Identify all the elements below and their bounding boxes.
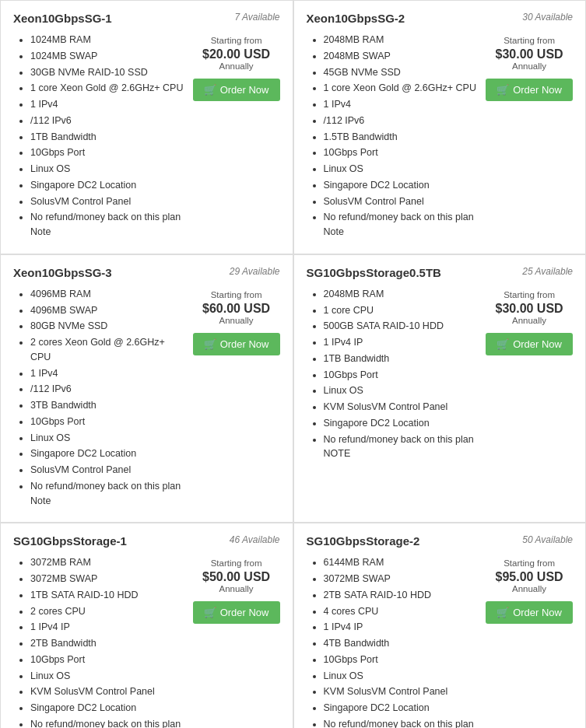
feature-item: 1 IPv4 IP [324,620,479,635]
cart-icon: 🛒 [204,84,216,96]
pricing-area: Starting from$50.00 USDAnnually🛒Order No… [185,555,280,624]
feature-item: No refund/money back on this plan Note [30,479,185,509]
feature-item: Linux OS [324,383,479,398]
feature-item: 3072MB RAM [30,555,185,570]
feature-item: Singapore DC2 Location [30,446,185,461]
feature-item: 2TB SATA RAID-10 HDD [324,588,479,603]
order-now-button[interactable]: 🛒Order Now [193,333,280,355]
order-button-label: Order Now [220,84,269,96]
pricing-area: Starting from$30.00 USDAnnually🛒Order No… [478,33,573,101]
starting-from-label: Starting from [211,558,262,568]
feature-item: Singapore DC2 Location [324,416,479,431]
feature-item: 6144MB RAM [324,555,479,570]
order-button-label: Order Now [220,338,269,350]
starting-from-label: Starting from [504,558,555,568]
pricing-area: Starting from$60.00 USDAnnually🛒Order No… [185,287,280,355]
card-availability: 25 Available [522,266,573,277]
feature-item: 1 core Xeon Gold @ 2.6GHz+ CPU [30,81,185,96]
feature-item: 10Gbps Port [324,653,479,667]
order-button-label: Order Now [513,338,562,350]
feature-item: 1 IPv4 [30,366,185,381]
feature-item: /112 IPv6 [30,114,185,128]
order-now-button[interactable]: 🛒Order Now [193,601,280,624]
card-availability: 46 Available [230,534,280,545]
feature-item: 10Gbps Port [324,368,479,383]
feature-item: 4TB Bandwidth [324,636,479,651]
feature-item: 3TB Bandwidth [30,398,185,413]
feature-item: 1TB Bandwidth [324,352,479,366]
card-availability: 50 Available [522,534,573,545]
feature-item: 1 core Xeon Gold @ 2.6GHz+ CPU [324,81,479,96]
annually-label: Annually [512,316,546,325]
feature-item: No refund/money back on this plan NOTE [30,717,185,728]
card-title: Xeon10GbpsSG-2 [307,12,405,25]
feature-item: No refund/money back on this plan NOTE [324,717,479,728]
feature-item: 80GB NVMe SSD [30,319,185,334]
feature-item: 1 IPv4 IP [324,335,479,350]
starting-from-label: Starting from [211,290,262,299]
product-grid: Xeon10GbpsSG-17 Available1024MB RAM1024M… [0,0,586,728]
feature-item: 1.5TB Bandwidth [324,130,479,145]
order-now-button[interactable]: 🛒Order Now [486,601,573,624]
product-card-6: SG10GbpsStorage-250 Available6144MB RAM3… [293,523,587,728]
cart-icon: 🛒 [497,84,509,96]
feature-item: /112 IPv6 [30,382,185,397]
card-availability: 7 Available [234,12,279,23]
feature-item: 3072MB SWAP [30,572,185,586]
feature-item: 10Gbps Port [30,415,185,429]
feature-item: Linux OS [324,162,479,177]
card-title: SG10GbpsStorage-1 [13,534,127,548]
feature-item: Linux OS [30,669,185,684]
annually-label: Annually [219,61,254,71]
feature-item: Singapore DC2 Location [30,178,185,193]
feature-item: 4096MB RAM [30,287,185,302]
feature-item: SolusVM Control Panel [30,463,185,478]
feature-item: No refund/money back on this plan Note [30,210,185,240]
order-button-label: Order Now [513,607,562,618]
card-title: Xeon10GbpsSG-1 [13,12,112,25]
feature-item: 3072MB SWAP [324,572,479,586]
feature-item: 45GB NVMe SSD [324,65,479,80]
product-card-1: Xeon10GbpsSG-17 Available1024MB RAM1024M… [0,0,293,254]
cart-icon: 🛒 [497,338,509,350]
card-title: Xeon10GbpsSG-3 [13,266,112,279]
feature-item: 1024MB RAM [30,33,185,47]
feature-item: 10Gbps Port [324,145,479,160]
price-value: $20.00 USD [202,47,270,61]
pricing-area: Starting from$20.00 USDAnnually🛒Order No… [185,33,280,101]
feature-list: 2048MB RAM2048MB SWAP45GB NVMe SSD1 core… [307,33,479,241]
feature-item: 30GB NVMe RAID-10 SSD [30,65,185,80]
feature-item: 2048MB RAM [324,33,479,47]
starting-from-label: Starting from [211,36,262,45]
starting-from-label: Starting from [504,36,555,45]
card-title: SG10GbpsStorage0.5TB [307,266,441,279]
feature-item: 1TB Bandwidth [30,130,185,145]
order-button-label: Order Now [513,84,562,96]
product-card-3: Xeon10GbpsSG-329 Available4096MB RAM4096… [0,254,293,523]
feature-item: Linux OS [324,669,479,684]
pricing-area: Starting from$30.00 USDAnnually🛒Order No… [478,287,573,355]
feature-item: 2048MB SWAP [324,49,479,64]
feature-item: Singapore DC2 Location [30,701,185,716]
order-now-button[interactable]: 🛒Order Now [193,79,280,101]
price-value: $50.00 USD [202,569,270,584]
feature-list: 3072MB RAM3072MB SWAP1TB SATA RAID-10 HD… [13,555,185,728]
feature-item: 1 IPv4 [30,97,185,112]
product-card-4: SG10GbpsStorage0.5TB25 Available2048MB R… [293,254,587,523]
cart-icon: 🛒 [204,338,216,350]
feature-item: 1 IPv4 IP [30,620,185,635]
order-button-label: Order Now [220,607,269,618]
feature-item: 2 cores Xeon Gold @ 2.6GHz+ CPU [30,335,185,365]
feature-item: 1024MB SWAP [30,49,185,64]
feature-item: 2 cores CPU [30,604,185,619]
feature-item: 10Gbps Port [30,653,185,667]
feature-item: 4096MB SWAP [30,303,185,318]
feature-list: 2048MB RAM1 core CPU500GB SATA RAID-10 H… [307,287,479,463]
order-now-button[interactable]: 🛒Order Now [486,333,573,355]
feature-item: 1TB SATA RAID-10 HDD [30,588,185,603]
annually-label: Annually [512,61,546,71]
feature-item: 1 IPv4 [324,97,479,112]
order-now-button[interactable]: 🛒Order Now [486,79,573,101]
card-availability: 30 Available [522,12,573,23]
feature-item: 500GB SATA RAID-10 HDD [324,319,479,334]
